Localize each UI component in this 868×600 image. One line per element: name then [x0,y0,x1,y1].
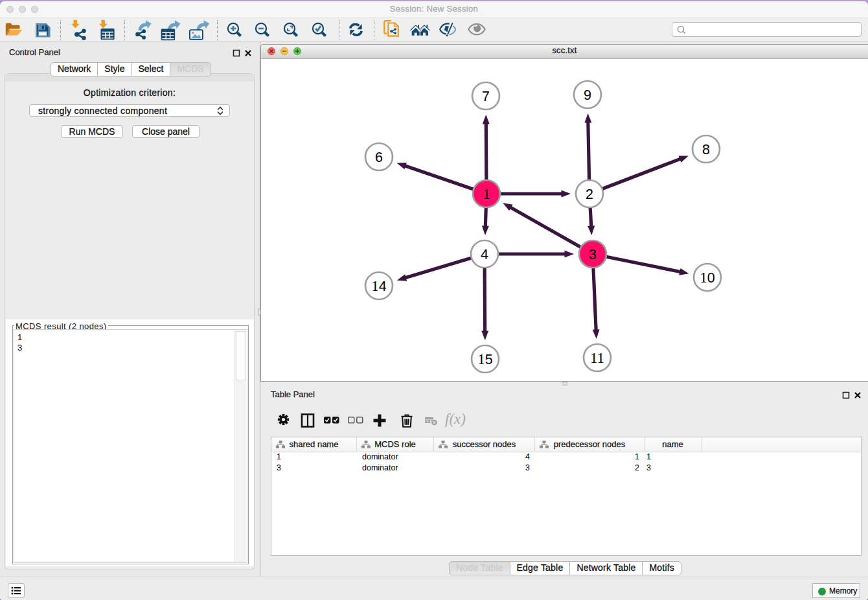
svg-text:2: 2 [586,187,593,202]
svg-text:10: 10 [700,270,715,286]
svg-text:14: 14 [371,278,387,294]
svg-text:11: 11 [590,350,604,366]
svg-text:6: 6 [375,150,383,165]
svg-text:8: 8 [702,142,710,157]
svg-text:7: 7 [482,89,490,104]
svg-text:1: 1 [483,186,490,202]
svg-text:15: 15 [477,351,493,367]
svg-text:9: 9 [584,87,591,103]
svg-text:4: 4 [481,247,488,262]
svg-text:3: 3 [589,247,597,262]
